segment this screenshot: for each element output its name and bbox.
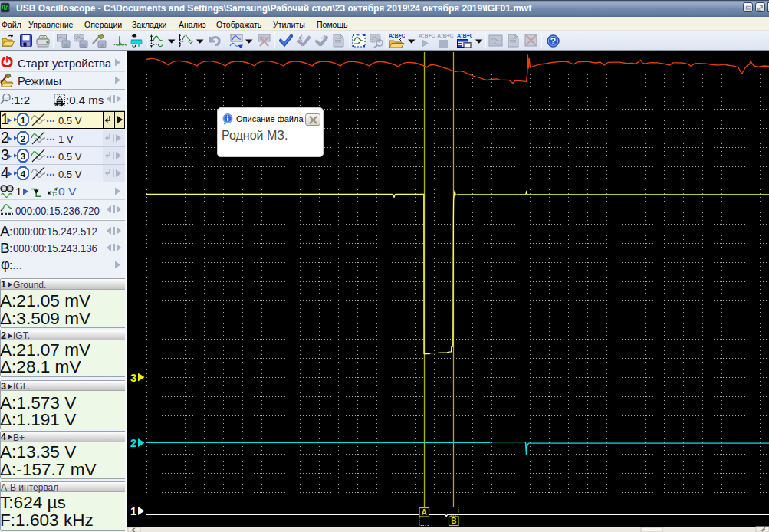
svg-text:1: 1 xyxy=(130,505,136,517)
svg-text:4: 4 xyxy=(21,169,26,179)
svg-text:A:B+C: A:B+C xyxy=(389,33,405,38)
svg-text:1: 1 xyxy=(21,116,26,125)
svg-text:3: 3 xyxy=(130,372,136,384)
svg-text:2: 2 xyxy=(130,437,136,449)
svg-text:A:B+C: A:B+C xyxy=(419,33,435,38)
svg-text:?: ? xyxy=(550,36,556,47)
svg-text:A:B+C: A:B+C xyxy=(457,33,472,38)
svg-text:2: 2 xyxy=(21,134,25,143)
svg-text:A: A xyxy=(422,508,427,517)
svg-text:B: B xyxy=(451,517,456,525)
svg-text:A:B+C: A:B+C xyxy=(437,33,454,38)
svg-text:3: 3 xyxy=(21,152,25,161)
